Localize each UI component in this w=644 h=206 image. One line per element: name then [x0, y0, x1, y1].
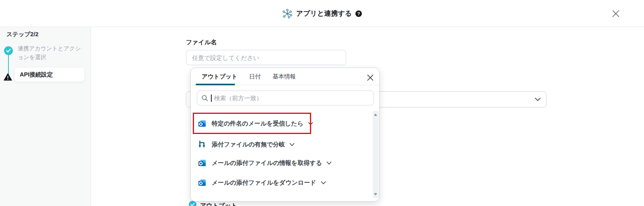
output-item-label: メールの添付ファイルをダウンロード: [212, 179, 316, 187]
scroll-down-icon[interactable]: [374, 193, 377, 196]
popup-scrollbar[interactable]: [373, 111, 379, 198]
chevron-down-icon[interactable]: [326, 161, 332, 165]
integration-network-icon: [282, 8, 293, 19]
tab-basic-info[interactable]: 基本情報: [272, 73, 296, 80]
chevron-down-icon[interactable]: [289, 143, 295, 146]
popup-search-input[interactable]: [214, 95, 370, 101]
step-counter: ステップ2/2: [6, 31, 39, 38]
sidebar-step-1[interactable]: 連携アカウントとアクションを選択: [18, 44, 83, 62]
search-icon: [201, 95, 208, 102]
step-connector-line: [8, 55, 9, 74]
output-item-label: 添付ファイルの有無で分岐: [212, 141, 285, 148]
chevron-down-icon[interactable]: [308, 122, 313, 126]
active-tab-underline: [196, 84, 235, 85]
file-name-label: ファイル名: [186, 39, 217, 46]
tab-output[interactable]: アウトプット: [202, 73, 237, 80]
outlook-icon: [198, 178, 206, 187]
dialog-title: アプリと連携する: [296, 9, 352, 18]
output-item-label: メールの添付ファイルの情報を取得する: [212, 159, 322, 167]
popup-tabs: アウトプット 日付 基本情報: [191, 68, 379, 85]
text-caret: [211, 95, 212, 102]
scroll-up-icon[interactable]: [374, 113, 377, 116]
help-icon[interactable]: ?: [355, 10, 362, 17]
warning-icon: [4, 73, 12, 81]
popup-search-box: [197, 91, 374, 105]
outlook-icon: [198, 159, 206, 167]
chevron-down-icon[interactable]: [321, 181, 326, 185]
close-icon: [611, 9, 621, 19]
sidebar-step-2-label: API接続設定: [14, 71, 53, 78]
dialog-header: アプリと連携する ?: [0, 0, 644, 27]
steps-sidebar: ステップ2/2 連携アカウントとアクションを選択 API接続設定: [0, 27, 91, 206]
output-item-download-attachment[interactable]: メールの添付ファイルをダウンロード: [198, 177, 326, 189]
branch-icon: [198, 140, 206, 149]
outlook-icon: [198, 119, 206, 128]
output-item-get-attachment-info[interactable]: メールの添付ファイルの情報を取得する: [198, 157, 332, 169]
dialog-close-button[interactable]: [610, 8, 621, 19]
file-name-input[interactable]: [186, 50, 346, 65]
chevron-down-icon: [535, 97, 541, 101]
sidebar-step-2[interactable]: API接続設定: [14, 68, 85, 82]
output-item-label: 特定の件名のメールを受信したら: [212, 120, 303, 128]
output-item-branch[interactable]: 添付ファイルの有無で分岐: [198, 138, 295, 150]
close-icon: [367, 74, 374, 81]
step-done-icon: [4, 46, 13, 55]
section-title: アウトプット: [200, 202, 237, 206]
output-picker-popup: アウトプット 日付 基本情報 特定の件名のメールを受信したら: [190, 68, 380, 202]
popup-close-button[interactable]: [365, 73, 375, 82]
output-item-mail-received[interactable]: 特定の件名のメールを受信したら: [198, 117, 313, 130]
check-icon: [6, 49, 11, 53]
tab-date[interactable]: 日付: [249, 73, 261, 80]
